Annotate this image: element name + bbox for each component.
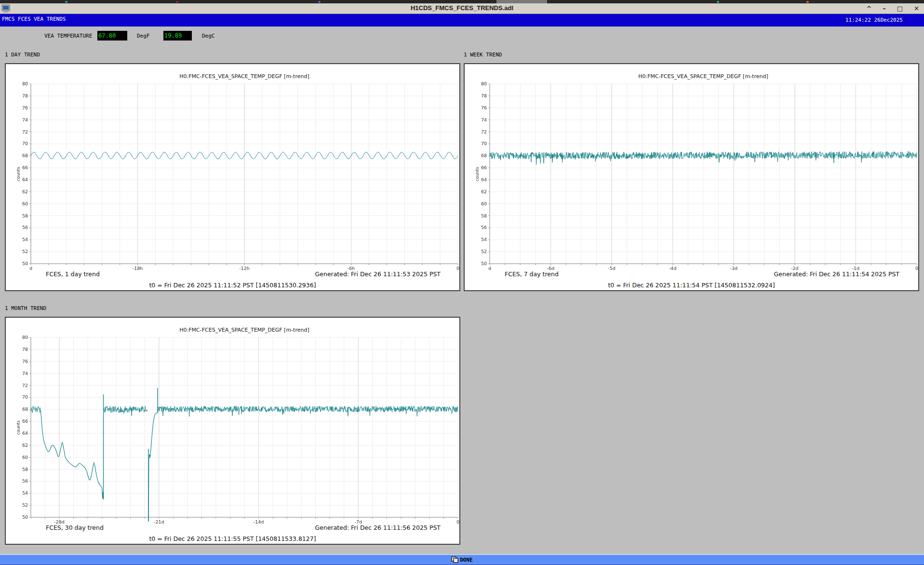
svg-text:50: 50 xyxy=(481,261,487,266)
temp-degf-value: 67.80 xyxy=(97,31,127,40)
svg-text:74: 74 xyxy=(22,371,28,376)
week-plot-title: H0:FMC-FCES_VEA_SPACE_TEMP_DEGF [m-trend… xyxy=(490,73,917,80)
svg-text:62: 62 xyxy=(22,189,28,194)
svg-text:0: 0 xyxy=(456,519,459,525)
svg-text:52: 52 xyxy=(22,249,28,254)
day-t0-label: t0 = Fri Dec 26 2025 11:11:52 PST [14508… xyxy=(6,282,459,289)
svg-text:-18h: -18h xyxy=(133,266,143,271)
temp-degc-value: 19.89 xyxy=(163,31,192,40)
svg-text:70: 70 xyxy=(22,394,28,400)
week-trend-chart: 50525456586062646668707274767880d-6d-5d-… xyxy=(465,82,920,275)
taskbar-dot xyxy=(806,1,809,3)
taskbar-active-tab xyxy=(496,0,547,3)
svg-text:-3d: -3d xyxy=(730,266,738,271)
section-label-1-day: 1 DAY TREND xyxy=(5,52,40,58)
taskbar-dot xyxy=(318,1,321,3)
svg-text:50: 50 xyxy=(22,514,28,520)
svg-text:-14d: -14d xyxy=(254,519,264,525)
related-display-icon xyxy=(451,556,458,563)
svg-text:50: 50 xyxy=(22,261,28,266)
month-footer-label: FCES, 30 day trend xyxy=(46,524,104,531)
svg-text:62: 62 xyxy=(22,443,28,448)
svg-text:counts: counts xyxy=(16,167,21,181)
svg-text:-21d: -21d xyxy=(154,519,164,525)
svg-text:52: 52 xyxy=(481,249,487,254)
desktop-top-strip xyxy=(0,0,924,3)
svg-text:66: 66 xyxy=(22,165,28,170)
svg-text:68: 68 xyxy=(22,153,28,158)
trend-panel-week: H0:FMC-FCES_VEA_SPACE_TEMP_DEGF [m-trend… xyxy=(464,63,919,291)
svg-text:counts: counts xyxy=(475,167,480,181)
degc-unit-label: DegC xyxy=(202,33,215,39)
svg-text:0: 0 xyxy=(915,266,918,271)
day-trend-chart: 50525456586062646668707274767880d-18h-12… xyxy=(6,82,461,275)
svg-text:80: 80 xyxy=(22,336,28,340)
window-maximize-button[interactable]: □ xyxy=(897,4,903,13)
svg-text:76: 76 xyxy=(481,105,487,110)
window-minimize-button[interactable]: – xyxy=(883,4,886,13)
taskbar-dot xyxy=(717,1,719,3)
section-label-1-week: 1 WEEK TREND xyxy=(464,52,502,58)
svg-text:66: 66 xyxy=(481,165,487,170)
week-generated-label: Generated: Fri Dec 26 11:11:54 2025 PST xyxy=(774,270,899,278)
week-t0-label: t0 = Fri Dec 26 2025 11:11:54 PST [14508… xyxy=(465,282,918,289)
svg-text:64: 64 xyxy=(22,430,28,436)
svg-text:80: 80 xyxy=(481,82,487,86)
window-title: H1CDS_FMCS_FCES_TRENDS.adl xyxy=(0,4,924,12)
svg-text:74: 74 xyxy=(22,117,28,122)
svg-text:54: 54 xyxy=(22,237,28,242)
svg-text:56: 56 xyxy=(22,478,28,484)
done-button[interactable]: DONE xyxy=(0,554,924,565)
svg-text:78: 78 xyxy=(481,93,487,98)
svg-text:72: 72 xyxy=(22,383,28,388)
svg-text:64: 64 xyxy=(481,177,487,182)
svg-text:72: 72 xyxy=(22,129,28,135)
svg-text:66: 66 xyxy=(22,418,28,424)
month-t0-label: t0 = Fri Dec 26 2025 11:11:55 PST [14508… xyxy=(6,535,459,542)
month-plot-title: H0:FMC-FCES_VEA_SPACE_TEMP_DEGF [m-trend… xyxy=(31,327,458,333)
svg-text:d: d xyxy=(488,266,491,271)
trend-panel-day: H0:FMC-FCES_VEA_SPACE_TEMP_DEGF [m-trend… xyxy=(5,63,460,291)
svg-text:68: 68 xyxy=(22,406,28,412)
svg-text:d: d xyxy=(29,266,32,271)
done-label: DONE xyxy=(460,557,473,563)
svg-text:70: 70 xyxy=(22,141,28,146)
day-generated-label: Generated: Fri Dec 26 11:11:53 2025 PST xyxy=(315,270,441,278)
svg-text:72: 72 xyxy=(481,129,487,135)
svg-text:58: 58 xyxy=(22,467,28,472)
svg-text:0: 0 xyxy=(456,266,459,271)
svg-text:64: 64 xyxy=(22,177,28,182)
window-close-button[interactable]: ✕ xyxy=(914,4,919,13)
svg-text:56: 56 xyxy=(22,225,28,230)
svg-text:-4d: -4d xyxy=(669,266,677,271)
month-generated-label: Generated: Fri Dec 26 11:11:56 2025 PST xyxy=(315,524,441,531)
display-title: FMCS FCES VEA TRENDS xyxy=(2,16,66,22)
section-label-1-month: 1 MONTH TREND xyxy=(5,305,46,311)
vea-temperature-label: VEA TEMPERATURE xyxy=(44,33,92,39)
svg-text:62: 62 xyxy=(481,189,487,194)
trend-panel-month: H0:FMC-FCES_VEA_SPACE_TEMP_DEGF [m-trend… xyxy=(5,317,460,545)
svg-text:58: 58 xyxy=(22,213,28,218)
svg-text:68: 68 xyxy=(481,153,487,158)
week-footer-label: FCES, 7 day trend xyxy=(505,270,559,278)
svg-text:60: 60 xyxy=(481,201,487,206)
window-shade-button[interactable]: ^ xyxy=(866,4,871,13)
svg-text:54: 54 xyxy=(22,490,28,496)
svg-text:78: 78 xyxy=(22,347,28,352)
taskbar-dot xyxy=(176,1,178,3)
svg-text:counts: counts xyxy=(16,420,21,435)
svg-text:74: 74 xyxy=(481,117,487,122)
svg-text:78: 78 xyxy=(22,93,28,98)
svg-text:60: 60 xyxy=(22,201,28,206)
svg-text:70: 70 xyxy=(481,141,487,146)
screen: H1CDS_FMCS_FCES_TRENDS.adl ^ – □ ✕ FMCS … xyxy=(0,0,924,565)
svg-text:58: 58 xyxy=(481,213,487,218)
svg-text:76: 76 xyxy=(22,359,28,364)
svg-text:-12h: -12h xyxy=(239,266,250,271)
svg-text:80: 80 xyxy=(22,82,28,86)
window-titlebar[interactable]: H1CDS_FMCS_FCES_TRENDS.adl ^ – □ ✕ xyxy=(0,3,924,14)
svg-text:54: 54 xyxy=(481,237,487,242)
svg-text:-5d: -5d xyxy=(608,266,616,271)
svg-text:56: 56 xyxy=(481,225,487,230)
day-plot-title: H0:FMC-FCES_VEA_SPACE_TEMP_DEGF [m-trend… xyxy=(31,73,458,80)
